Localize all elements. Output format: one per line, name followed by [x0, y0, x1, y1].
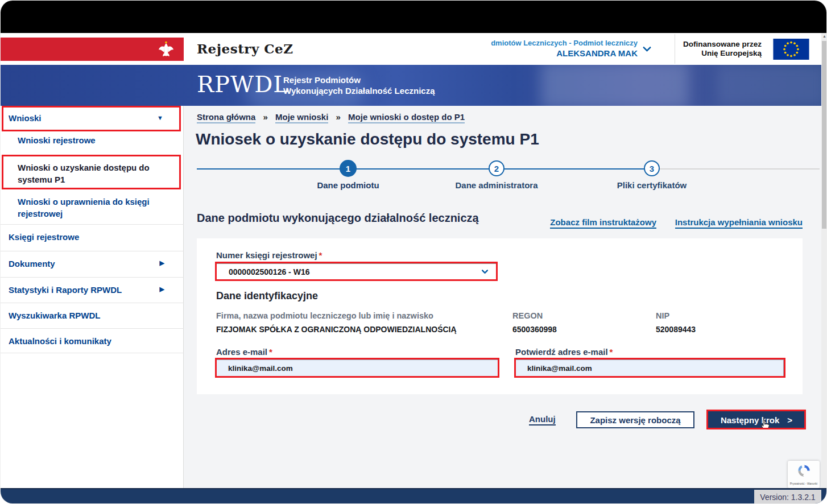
- step-2-circle: 2: [489, 160, 505, 176]
- stepper-line-completed: [197, 168, 652, 170]
- app-banner: RPWDL Rejestr Podmiotów Wykonujących Dzi…: [1, 65, 827, 106]
- chevron-down-icon: ▼: [157, 114, 163, 121]
- required-mark: *: [319, 250, 322, 260]
- sidebar-item-aktualnosci[interactable]: Aktualności i komunikaty: [1, 328, 184, 353]
- chevron-right-icon: ▶: [160, 286, 164, 293]
- sidebar-item-label: Księgi rejestrowe: [9, 232, 184, 242]
- page-title: Wniosek o uzyskanie dostępu do systemu P…: [196, 130, 539, 148]
- sidebar: Wnioski ▼ Wnioski rejestrowe Wnioski o u…: [1, 106, 184, 488]
- sidebar-item-label: Wnioski o uprawnienia do księgi rejestro…: [18, 196, 169, 220]
- regon-value: 6500360998: [512, 325, 557, 334]
- section-title: Dane podmiotu wykonującego działalność l…: [197, 212, 479, 225]
- company-label: Firma, nazwa podmiotu leczniczego lub im…: [216, 311, 433, 320]
- vertical-scrollbar[interactable]: ▲: [821, 33, 827, 488]
- breadcrumb-home[interactable]: Strona główna: [197, 112, 255, 123]
- user-context-label: dmiotów Leczniczych - Podmiot leczniczy: [467, 38, 638, 48]
- recaptcha-caption: Prywatność - Warunki: [788, 482, 820, 485]
- sidebar-item-label: Wyszukiwarka RPWDL: [9, 311, 184, 320]
- header: Rejestry CeZ dmiotów Leczniczych - Podmi…: [1, 33, 827, 65]
- email-confirm-label: Potwierdź adres e-mail*: [515, 347, 613, 357]
- stepper-line-upcoming: [652, 168, 820, 170]
- chevron-right-icon: ▶: [160, 259, 164, 267]
- gov-red-bar: [1, 38, 184, 61]
- step-3-circle: 3: [644, 160, 660, 176]
- eu-flag-icon: [768, 39, 814, 60]
- recaptcha-badge[interactable]: Prywatność - Warunki: [788, 461, 820, 488]
- instruction-link[interactable]: Instrukcja wypełniania wniosku: [675, 217, 803, 229]
- registry-number-select[interactable]: 0000002500126 - W16: [216, 263, 497, 280]
- eu-funding-line2: Unię Europejską: [701, 49, 762, 57]
- sidebar-item-label: Statystyki i Raporty RPWDL: [9, 285, 184, 295]
- company-value: FIZJOMAK SPÓŁKA Z OGRANICZONĄ ODPOWIEDZI…: [216, 325, 457, 334]
- banner-photo-decor: [717, 65, 825, 106]
- breadcrumb: Strona główna » Moje wnioski » Moje wnio…: [197, 112, 465, 122]
- hand-cursor-icon: [759, 419, 772, 431]
- registry-number-value: 0000002500126 - W16: [229, 267, 309, 276]
- breadcrumb-separator: »: [336, 112, 341, 122]
- breadcrumb-separator: »: [263, 112, 268, 122]
- recaptcha-icon: [796, 463, 812, 478]
- rpwdl-subtitle-line1: Rejestr Podmiotów: [283, 75, 361, 85]
- email-label: Adres e-mail*: [216, 347, 272, 357]
- step-2-label: Dane administratora: [434, 180, 559, 190]
- step-1-label: Dane podmiotu: [286, 180, 411, 190]
- sidebar-item-wnioski[interactable]: Wnioski ▼: [1, 106, 184, 131]
- sidebar-item-dokumenty[interactable]: Dokumenty ▶: [1, 251, 184, 276]
- app-brand: Rejestry CeZ: [197, 41, 293, 56]
- email-confirm-label-text: Potwierdź adres e-mail: [515, 347, 608, 357]
- nip-value: 520089443: [656, 325, 696, 334]
- app-window: Rejestry CeZ dmiotów Leczniczych - Podmi…: [0, 0, 827, 504]
- scrollbar-up-arrow[interactable]: ▲: [821, 34, 827, 38]
- email-field[interactable]: [216, 360, 498, 377]
- breadcrumb-wnioski-p1[interactable]: Moje wnioski o dostęp do P1: [348, 112, 465, 123]
- top-black-bar: [1, 1, 827, 33]
- eu-funding-label: Dofinansowane przez Unię Europejską: [638, 40, 762, 58]
- sidebar-item-wnioski-rejestrowe[interactable]: Wnioski rejestrowe: [1, 135, 184, 156]
- scrollbar-thumb[interactable]: [822, 41, 827, 229]
- chevron-down-icon: [481, 267, 489, 274]
- email-label-text: Adres e-mail: [216, 347, 267, 357]
- breadcrumb-moje-wnioski[interactable]: Moje wnioski: [275, 112, 328, 123]
- sidebar-item-label: Aktualności i komunikaty: [9, 336, 184, 346]
- rpwdl-subtitle-line2: Wykonujących Działalność Leczniczą: [283, 86, 435, 96]
- version-badge: Version: 1.3.2.1: [754, 490, 821, 504]
- user-name: ALEKSANDRA MAK: [467, 48, 638, 59]
- polish-eagle-icon: [158, 40, 175, 58]
- sidebar-item-label: Wnioski o uzyskanie dostępu do systemu P…: [18, 162, 169, 185]
- nip-label: NIP: [656, 311, 669, 320]
- registry-number-label: Numer księgi rejestrowej*: [216, 250, 322, 260]
- step-1-circle: 1: [340, 160, 357, 177]
- banner-photo-decor: [541, 65, 689, 106]
- sidebar-item-label: Wnioski rejestrowe: [18, 135, 184, 145]
- user-menu[interactable]: dmiotów Leczniczych - Podmiot leczniczy …: [467, 38, 638, 59]
- sidebar-item-wyszukiwarka[interactable]: Wyszukiwarka RPWDL: [1, 303, 184, 328]
- sidebar-item-ksiegi-rejestrowe[interactable]: Księgi rejestrowe: [1, 224, 184, 250]
- next-step-button[interactable]: Następny krok >: [708, 411, 805, 428]
- form-card: Numer księgi rejestrowej* 0000002500126 …: [197, 238, 803, 394]
- sidebar-item-statystyki[interactable]: Statystyki i Raporty RPWDL ▶: [1, 277, 184, 303]
- required-mark: *: [269, 347, 272, 357]
- regon-label: REGON: [512, 311, 543, 320]
- email-confirm-field[interactable]: [515, 360, 784, 377]
- step-3-label: Pliki certyfikatów: [589, 180, 714, 190]
- cancel-button[interactable]: Anuluj: [529, 414, 556, 425]
- main-content: Strona główna » Moje wnioski » Moje wnio…: [184, 106, 822, 488]
- sidebar-item-wnioski-dostep-p1[interactable]: Wnioski o uzyskanie dostępu do systemu P…: [1, 160, 184, 191]
- video-tutorial-link[interactable]: Zobacz film instruktażowy: [550, 217, 656, 229]
- rpwdl-logo: RPWDL: [197, 71, 289, 97]
- footer: Version: 1.3.2.1: [1, 488, 827, 504]
- rpwdl-subtitle: Rejestr Podmiotów Wykonujących Działalno…: [283, 75, 435, 96]
- eu-funding-line1: Dofinansowane przez: [683, 40, 762, 48]
- sidebar-item-wnioski-uprawnienia[interactable]: Wnioski o uprawnienia do księgi rejestro…: [1, 196, 184, 224]
- required-mark: *: [610, 347, 613, 357]
- chevron-right-icon: >: [787, 415, 792, 425]
- save-draft-button[interactable]: Zapisz wersję roboczą: [576, 411, 694, 428]
- identification-heading: Dane identyfikacyjne: [216, 290, 318, 302]
- registry-number-label-text: Numer księgi rejestrowej: [216, 250, 317, 260]
- sidebar-item-label: Dokumenty: [9, 259, 184, 268]
